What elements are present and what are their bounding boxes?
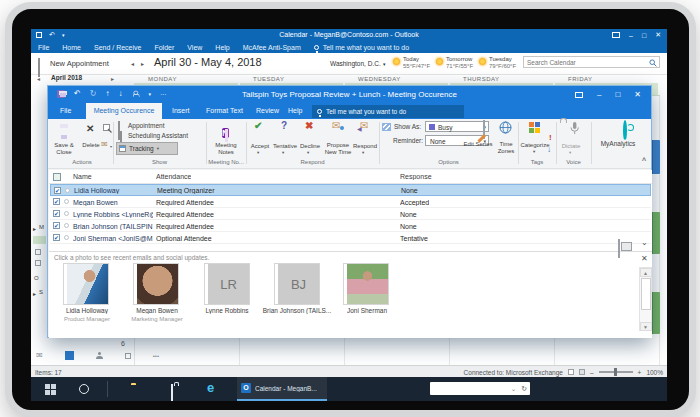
tab-review[interactable]: Review bbox=[256, 107, 279, 114]
contact-photo-lynne[interactable]: LR bbox=[204, 263, 250, 305]
ribbon-display-options-icon[interactable] bbox=[612, 32, 620, 38]
table-row[interactable]: ✔ Megan Bowen Required Attendee Accepted bbox=[50, 196, 651, 208]
contact-photo-joni[interactable] bbox=[343, 263, 389, 305]
column-header-response[interactable]: Response bbox=[400, 173, 432, 180]
row-checkbox[interactable]: ✔ bbox=[54, 187, 61, 194]
table-row-selected[interactable]: ✔ Lidia Holloway Meeting Organizer None bbox=[50, 184, 651, 196]
tell-me-box[interactable]: Tell me what you want to do bbox=[314, 44, 409, 51]
tasks-nav-icon[interactable] bbox=[125, 353, 131, 359]
accept-dropdown-icon[interactable]: ▾ bbox=[257, 150, 259, 155]
edit-series-button[interactable]: Edit Series bbox=[463, 141, 493, 148]
folder-group-expander[interactable]: ▸ bbox=[33, 225, 36, 232]
show-as-combo[interactable]: Busy ▾ bbox=[425, 121, 489, 132]
restore-button[interactable]: □ bbox=[642, 32, 646, 39]
tracking-button-pressed[interactable]: Tracking ▾ bbox=[116, 142, 178, 155]
dictate-button[interactable]: Dictate bbox=[556, 143, 586, 150]
close-button[interactable]: ✕ bbox=[655, 31, 661, 39]
people-pane-toggle-icon[interactable] bbox=[618, 239, 620, 258]
select-all-checkbox-icon[interactable] bbox=[53, 173, 61, 181]
start-button-icon[interactable] bbox=[45, 384, 50, 389]
calendar-event[interactable] bbox=[651, 212, 660, 254]
minimize-button[interactable]: – bbox=[597, 90, 601, 99]
attendee-name-link[interactable]: Joni Sherman <JoniS@M36 bbox=[73, 235, 153, 242]
attendee-name-link[interactable]: Megan Bowen bbox=[73, 199, 153, 206]
calendar-event[interactable] bbox=[651, 292, 660, 334]
tentative-dropdown-icon[interactable]: ▾ bbox=[282, 150, 284, 155]
folder-group-shared[interactable]: S bbox=[39, 289, 43, 295]
table-row[interactable]: ✔ Brian Johnson (TAILSPIN) < Required At… bbox=[50, 220, 651, 232]
row-checkbox[interactable]: ✔ bbox=[53, 234, 60, 241]
column-header-attendance[interactable]: Attendance bbox=[156, 173, 191, 180]
scheduling-assistant-button[interactable]: Scheduling Assistant bbox=[128, 132, 188, 139]
contact-photo-brian[interactable]: BJ bbox=[274, 263, 320, 305]
zoom-in-icon[interactable]: + bbox=[638, 369, 642, 376]
folder-group-expander[interactable]: ▸ bbox=[33, 290, 36, 297]
people-nav-icon[interactable] bbox=[96, 352, 103, 359]
respond-button[interactable]: Respond bbox=[350, 143, 380, 150]
meeting-notes-button[interactable]: Meeting Notes bbox=[210, 142, 242, 155]
address-dropdown-icon[interactable]: ⌄ bbox=[511, 385, 516, 392]
edge-icon[interactable]: e bbox=[207, 380, 214, 395]
tab-send-receive[interactable]: Send / Receive bbox=[94, 44, 141, 51]
categorize-dropdown-icon[interactable]: ▾ bbox=[533, 149, 535, 154]
tab-insert[interactable]: Insert bbox=[172, 107, 190, 114]
close-button[interactable]: ✕ bbox=[634, 90, 641, 99]
view-in-calendar-icon[interactable] bbox=[103, 124, 112, 133]
scrollbar-thumb[interactable] bbox=[641, 278, 651, 310]
maximize-button[interactable]: □ bbox=[615, 90, 620, 99]
attendee-name-link[interactable]: Brian Johnson (TAILSPIN) < bbox=[73, 223, 153, 230]
decline-dropdown-icon[interactable]: ▾ bbox=[307, 150, 309, 155]
tab-view[interactable]: View bbox=[187, 44, 202, 51]
zoom-slider[interactable] bbox=[599, 371, 633, 373]
tab-home[interactable]: Home bbox=[62, 44, 81, 51]
scroll-down-icon[interactable]: ▼ bbox=[640, 322, 652, 331]
high-importance-icon[interactable]: ! bbox=[549, 133, 552, 142]
store-icon[interactable] bbox=[171, 384, 173, 401]
table-row[interactable]: ✔ Lynne Robbins <LynneR@M Required Atten… bbox=[50, 208, 651, 220]
tab-help[interactable]: Help bbox=[215, 44, 229, 51]
table-row[interactable]: ✔ Joni Sherman <JoniS@M36 Optional Atten… bbox=[50, 232, 651, 244]
folder-group-my-calendars[interactable]: M bbox=[39, 224, 44, 230]
zoom-level[interactable]: 100% bbox=[646, 369, 663, 376]
low-importance-icon[interactable]: ↓ bbox=[547, 145, 551, 154]
collapse-ribbon-icon[interactable]: ^ bbox=[642, 157, 646, 164]
calendar-nav-icon[interactable] bbox=[65, 351, 74, 360]
more-nav-icon[interactable]: ••• bbox=[153, 353, 159, 359]
forward-meeting-icon[interactable]: ✉ bbox=[101, 140, 108, 149]
view-mode-icon[interactable] bbox=[579, 369, 585, 375]
folder-group-other[interactable]: O bbox=[34, 275, 39, 281]
mini-calendar-prev-icon[interactable]: ◂ bbox=[37, 75, 40, 82]
mini-calendar-next-icon[interactable]: ▸ bbox=[111, 75, 114, 82]
contact-photo-megan[interactable] bbox=[133, 263, 179, 305]
weather-location[interactable]: Washington, D.C. bbox=[330, 60, 381, 67]
calendar-checkbox[interactable] bbox=[35, 260, 41, 266]
tab-format-text[interactable]: Format Text bbox=[206, 107, 243, 114]
view-mode-icon[interactable] bbox=[568, 369, 574, 375]
calendar-event[interactable] bbox=[651, 140, 660, 174]
new-appointment-button[interactable]: New Appointment bbox=[50, 59, 109, 68]
search-calendar-input[interactable] bbox=[523, 56, 660, 68]
calendar-checkbox-selected[interactable] bbox=[33, 236, 46, 244]
weather-location-dropdown-icon[interactable]: ▾ bbox=[383, 61, 386, 67]
cortana-icon[interactable] bbox=[79, 384, 89, 394]
tab-folder[interactable]: Folder bbox=[154, 44, 174, 51]
row-checkbox[interactable]: ✔ bbox=[53, 198, 60, 205]
back-arrow-icon[interactable]: ◂ bbox=[131, 60, 134, 67]
tab-meeting-occurence-active[interactable]: Meeting Occurence bbox=[86, 103, 162, 119]
save-close-button[interactable]: Save & Close bbox=[49, 142, 79, 155]
forward-dropdown-icon[interactable]: ▾ bbox=[110, 144, 112, 149]
tab-file[interactable]: File bbox=[60, 107, 71, 114]
ribbon-display-options-icon[interactable] bbox=[575, 92, 583, 98]
row-checkbox[interactable]: ✔ bbox=[53, 222, 60, 229]
taskbar-outlook-button[interactable]: O Calendar - MeganB... bbox=[237, 377, 327, 401]
appointment-button[interactable]: Appointment bbox=[128, 122, 165, 129]
people-pane-collapse-icon[interactable]: ⌄ bbox=[641, 238, 648, 247]
tab-file[interactable]: File bbox=[38, 44, 49, 51]
tell-me-box[interactable]: Tell me what you want to do bbox=[312, 105, 464, 118]
tab-help[interactable]: Help bbox=[288, 107, 302, 114]
taskbar-address-box[interactable]: ⌄ ↻ bbox=[430, 382, 530, 395]
attendee-name-link[interactable]: Lidia Holloway bbox=[74, 187, 154, 194]
attendee-name-link[interactable]: Lynne Robbins <LynneR@M bbox=[73, 211, 153, 218]
contact-photo-lidia[interactable] bbox=[63, 263, 109, 305]
address-go-icon[interactable]: ↻ bbox=[521, 385, 527, 393]
